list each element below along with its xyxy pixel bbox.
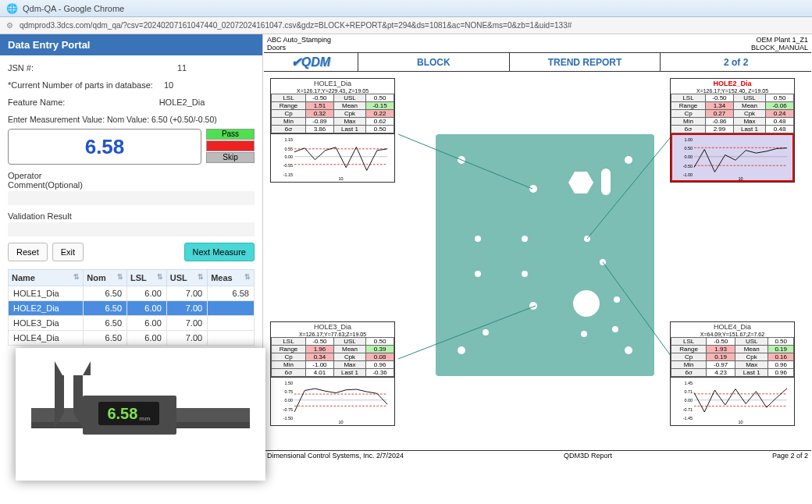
skip-button[interactable]: Skip — [206, 152, 255, 163]
url-text: qdmprod3.3dcs.com/qdm_qa/?csv=2024020716… — [20, 21, 572, 30]
svg-text:1.00: 1.00 — [684, 137, 693, 142]
svg-text:-1.45: -1.45 — [683, 416, 693, 421]
svg-text:0.75: 0.75 — [284, 389, 293, 394]
svg-text:-0.75: -0.75 — [283, 407, 294, 412]
svg-text:0.00: 0.00 — [284, 399, 293, 403]
portal-header: Data Entry Portal — [0, 34, 262, 55]
globe-icon: 🌐 — [6, 3, 18, 14]
svg-text:-1.15: -1.15 — [283, 172, 294, 177]
caliper-icon: 6.58mm — [31, 367, 250, 461]
feature-card-hole3[interactable]: HOLE3_DiaX=126.17;Y=77.63;Z=19.05LSL-0.5… — [270, 321, 395, 426]
feature-card-hole4[interactable]: HOLE4_DiaX=64.09;Y=151.67;Z=7.62LSL-0.50… — [670, 321, 795, 426]
report-mode: BLOCK_MANUAL — [751, 44, 808, 51]
footer-center: QDM3D Report — [404, 452, 772, 460]
operator-comment-label: Operator — [8, 171, 41, 180]
svg-text:1.50: 1.50 — [284, 381, 293, 385]
svg-text:-0.55: -0.55 — [283, 163, 294, 168]
plant-name: OEM Plant 1_Z1 — [751, 36, 808, 44]
reset-button[interactable]: Reset — [8, 243, 48, 261]
tab-block[interactable]: BLOCK — [358, 53, 509, 72]
operator-comment-label2: Comment(Optional) — [8, 180, 83, 190]
svg-text:-1.50: -1.50 — [283, 416, 294, 421]
jsn-value[interactable]: 11 — [109, 63, 255, 73]
enter-measurement-hint: Enter Measurement Value: Nom Value: 6.50… — [8, 115, 255, 124]
feature-card-hole2[interactable]: HOLE2_DiaX=126.17;Y=152.40, Z=19.05LSL-0… — [670, 78, 795, 183]
feature-table[interactable]: Name⇅ Nom⇅ LSL⇅ USL⇅ Meas⇅ HOLE1_Dia6.50… — [8, 269, 255, 346]
col-nom[interactable]: Nom⇅ — [84, 270, 127, 286]
tab-trend[interactable]: TREND REPORT — [509, 53, 661, 72]
feature-card-hole1[interactable]: HOLE1_DiaX=126.17;Y=229.43, Z=19.05LSL-0… — [270, 78, 395, 183]
project-name: ABC Auto_Stamping — [267, 36, 745, 44]
tab-title: Qdm-QA - Google Chrome — [23, 4, 124, 13]
trend-chart: -1.15-0.550.000.551.1510 — [271, 133, 394, 182]
browser-url-bar[interactable]: ⚙ qdmprod3.3dcs.com/qdm_qa/?csv=20240207… — [0, 17, 812, 34]
fail-button[interactable]: Fail — [206, 140, 255, 151]
svg-text:1.45: 1.45 — [684, 381, 693, 385]
trend-chart: -1.00-0.500.000.501.0010 — [671, 133, 794, 182]
table-row[interactable]: HOLE1_Dia6.506.007.006.58 — [9, 286, 255, 301]
svg-text:10: 10 — [739, 420, 743, 424]
jsn-label: JSN #: — [8, 63, 109, 73]
svg-text:-0.50: -0.50 — [683, 164, 693, 169]
table-row[interactable]: HOLE3_Dia6.506.007.00 — [9, 316, 255, 331]
project-sub: Doors — [267, 44, 745, 51]
validation-result-label: Validation Result — [8, 211, 255, 221]
svg-text:0.71: 0.71 — [684, 389, 693, 394]
next-measure-button[interactable]: Next Measure — [184, 243, 255, 261]
feature-name-value[interactable]: HOLE2_Dia — [109, 98, 255, 107]
svg-text:0.50: 0.50 — [684, 146, 693, 151]
col-lsl[interactable]: LSL⇅ — [127, 270, 167, 286]
db-count-value: 10 — [164, 80, 173, 90]
svg-text:1.15: 1.15 — [284, 137, 293, 142]
operator-comment-input[interactable] — [8, 191, 255, 205]
col-meas[interactable]: Meas⇅ — [208, 270, 255, 286]
measurement-input[interactable]: 6.58 — [8, 129, 201, 165]
qdm-logo: ✔ QDM — [264, 55, 358, 69]
pass-button[interactable]: Pass — [206, 129, 255, 140]
svg-text:10: 10 — [339, 176, 344, 180]
trend-chart: -1.50-0.750.000.751.5010 — [271, 377, 394, 425]
db-count-label: *Current Number of parts in database: — [8, 80, 164, 90]
part-diagram — [436, 134, 654, 376]
svg-text:10: 10 — [739, 176, 743, 180]
svg-text:0.00: 0.00 — [684, 399, 693, 403]
svg-text:10: 10 — [339, 420, 344, 424]
svg-text:0.00: 0.00 — [284, 155, 293, 160]
svg-text:0.55: 0.55 — [284, 147, 293, 151]
footer-right: Page 2 of 2 — [772, 452, 808, 460]
validation-result-value — [8, 222, 255, 236]
tab-page: 2 of 2 — [660, 53, 811, 72]
table-row[interactable]: HOLE4_Dia6.506.007.00 — [9, 331, 255, 346]
svg-text:0.00: 0.00 — [684, 155, 693, 160]
report-panel: ABC Auto_Stamping Doors OEM Plant 1_Z1 B… — [262, 34, 812, 470]
col-usl[interactable]: USL⇅ — [166, 270, 207, 286]
trend-chart: -1.45-0.710.000.711.4510 — [671, 377, 794, 425]
feature-name-label: Feature Name: — [8, 98, 109, 107]
svg-text:-0.71: -0.71 — [683, 407, 693, 412]
caliper-overlay: 6.58mm — [16, 348, 265, 481]
browser-tab-bar: 🌐 Qdm-QA - Google Chrome — [0, 0, 812, 17]
col-name[interactable]: Name⇅ — [9, 270, 84, 286]
table-row[interactable]: HOLE2_Dia6.506.007.00 — [9, 301, 255, 316]
svg-text:-1.00: -1.00 — [683, 172, 693, 177]
footer-left: Dimensional Control Systems, Inc. 2/7/20… — [267, 452, 404, 460]
exit-button[interactable]: Exit — [52, 243, 84, 261]
site-settings-icon[interactable]: ⚙ — [6, 21, 13, 30]
caliper-lcd: 6.58mm — [98, 402, 159, 425]
